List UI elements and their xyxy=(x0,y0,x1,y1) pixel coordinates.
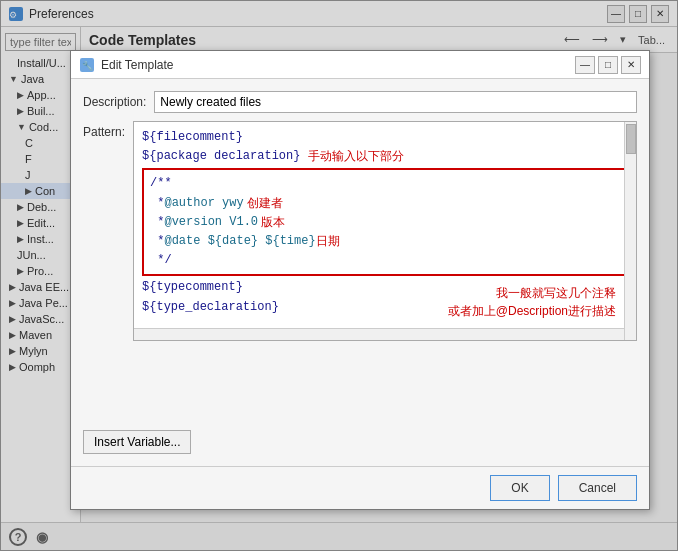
ok-button[interactable]: OK xyxy=(490,475,549,501)
cancel-button[interactable]: Cancel xyxy=(558,475,637,501)
annotation-3: 或者加上@Description进行描述 xyxy=(448,303,616,320)
pattern-label: Pattern: xyxy=(83,121,125,139)
svg-text:🔧: 🔧 xyxy=(82,60,94,72)
code-line-2: ${package declaration} 手动输入以下部分 xyxy=(142,147,628,166)
insert-variable-button[interactable]: Insert Variable... xyxy=(83,430,191,454)
horizontal-scrollbar[interactable] xyxy=(134,328,624,340)
minimize-icon: — xyxy=(580,59,590,70)
maximize-icon: □ xyxy=(605,59,611,70)
modal-overlay: 🔧 Edit Template — □ ✕ Description: xyxy=(0,0,678,551)
pattern-section: Pattern: ${filecomment} ${package declar… xyxy=(83,121,637,422)
dialog-footer: OK Cancel xyxy=(71,466,649,509)
dialog-close-button[interactable]: ✕ xyxy=(621,56,641,74)
insert-variable-row: Insert Variable... xyxy=(83,430,637,454)
dialog-minimize-button[interactable]: — xyxy=(575,56,595,74)
highlighted-code-block: /** * @author ywy 创建者 * @version V1.0 版本 xyxy=(142,168,628,276)
dialog-body: Description: Pattern: ${filecomment} ${p… xyxy=(71,79,649,466)
close-icon: ✕ xyxy=(627,59,635,70)
dialog-icon: 🔧 xyxy=(79,57,95,73)
edit-template-dialog: 🔧 Edit Template — □ ✕ Description: xyxy=(70,50,650,510)
annotation-2: 我一般就写这几个注释 xyxy=(496,285,616,302)
dialog-title: Edit Template xyxy=(101,58,575,72)
vertical-scrollbar[interactable] xyxy=(624,122,636,340)
description-label: Description: xyxy=(83,95,146,109)
description-input[interactable] xyxy=(154,91,637,113)
dialog-titlebar: 🔧 Edit Template — □ ✕ xyxy=(71,51,649,79)
description-row: Description: xyxy=(83,91,637,113)
code-line-1: ${filecomment} xyxy=(142,128,628,147)
dialog-maximize-button[interactable]: □ xyxy=(598,56,618,74)
scrollbar-thumb[interactable] xyxy=(626,124,636,154)
pattern-container: ${filecomment} ${package declaration} 手动… xyxy=(133,121,637,341)
dialog-controls: — □ ✕ xyxy=(575,56,641,74)
